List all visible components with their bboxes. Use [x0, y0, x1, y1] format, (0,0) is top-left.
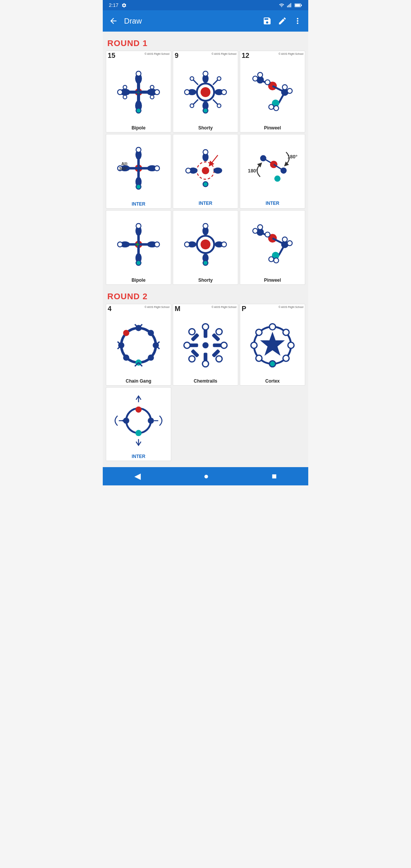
svg-point-26: [203, 71, 208, 76]
svg-point-13: [155, 90, 159, 95]
svg-point-104: [185, 242, 190, 247]
battery-icon: [295, 3, 302, 8]
save-button[interactable]: [260, 13, 275, 29]
svg-rect-65: [137, 159, 140, 178]
signal-icon: [287, 3, 292, 8]
svg-rect-1: [288, 5, 289, 7]
svg-point-75: [213, 168, 222, 174]
svg-point-82: [274, 176, 280, 182]
svg-point-129: [123, 330, 129, 336]
svg-point-76: [203, 182, 208, 187]
svg-point-119: [269, 257, 274, 262]
status-time: 2:17: [109, 2, 127, 8]
svg-point-115: [287, 241, 292, 246]
svg-point-153: [189, 356, 195, 362]
svg-point-89: [155, 242, 159, 247]
round1-grid: 15 © AXIS Flight School: [106, 51, 305, 285]
formation-diagram: [240, 211, 305, 277]
formation-name: Pinweel: [264, 277, 281, 284]
svg-point-91: [136, 223, 141, 228]
formation-diagram: [106, 388, 171, 453]
formation-copyright: © AXIS Flight School: [145, 305, 169, 309]
svg-line-36: [213, 99, 218, 104]
svg-point-162: [256, 355, 262, 361]
svg-point-9: [118, 90, 123, 95]
formation-copyright: © AXIS Flight School: [279, 305, 303, 309]
formation-name: Shorty: [198, 124, 213, 132]
svg-point-49: [287, 88, 292, 93]
svg-point-116: [282, 237, 287, 242]
svg-point-30: [185, 90, 190, 95]
svg-point-157: [269, 324, 276, 330]
svg-rect-2: [289, 4, 290, 7]
formation-diagram: [106, 313, 171, 378]
inter-shorty: INTER: [173, 134, 238, 209]
svg-point-152: [216, 329, 222, 335]
settings-icon: [121, 3, 127, 8]
formation-bipole: 15 © AXIS Flight School: [106, 51, 171, 132]
exit-pinweel: Pinweel: [240, 210, 305, 285]
svg-point-171: [135, 430, 142, 436]
svg-point-19: [136, 108, 141, 113]
page-title: Draw: [124, 17, 260, 26]
svg-point-106: [221, 242, 226, 247]
formation-name: Cortex: [265, 378, 280, 385]
svg-point-63: [136, 184, 141, 189]
back-nav-button[interactable]: ◀: [127, 468, 148, 484]
formation-name: Shorty: [198, 277, 213, 284]
svg-rect-5: [301, 5, 302, 6]
svg-point-148: [202, 361, 209, 367]
svg-line-33: [193, 80, 198, 85]
svg-point-46: [265, 80, 270, 85]
svg-point-100: [203, 223, 208, 228]
svg-text:+: +: [136, 88, 140, 97]
svg-point-72: [203, 150, 208, 155]
svg-point-159: [288, 342, 294, 348]
recent-nav-button[interactable]: ■: [264, 468, 284, 484]
formation-copyright: © AXIS Flight School: [145, 52, 169, 56]
svg-point-70: [202, 167, 209, 174]
formation-chain-gang: 4 © AXIS Flight School: [106, 304, 171, 386]
formation-name: Bipole: [132, 277, 146, 284]
inter-label: INTER: [132, 453, 145, 461]
svg-point-59: [155, 166, 159, 171]
svg-point-74: [186, 168, 191, 173]
formation-number: P: [242, 305, 246, 313]
svg-text:All:: All:: [121, 161, 128, 166]
svg-marker-156: [260, 332, 285, 356]
more-icon: [293, 16, 302, 26]
svg-text:180°: 180°: [248, 168, 258, 174]
svg-point-53: [269, 104, 274, 109]
back-button[interactable]: [106, 13, 121, 29]
formation-diagram: +: [106, 60, 171, 124]
svg-point-39: [190, 104, 194, 108]
round2-label: ROUND 2: [106, 288, 305, 304]
svg-text:+: +: [135, 241, 139, 248]
svg-point-40: [217, 104, 221, 108]
inter-label: INTER: [199, 200, 212, 207]
inter-label: INTER: [266, 200, 279, 207]
edit-button[interactable]: [275, 13, 290, 29]
time-display: 2:17: [109, 2, 118, 8]
svg-point-149: [184, 342, 190, 348]
back-icon: [109, 16, 118, 26]
svg-point-97: [201, 239, 210, 249]
svg-point-38: [217, 77, 221, 81]
formation-name: Chain Gang: [126, 378, 151, 385]
inter-label: INTER: [132, 201, 145, 208]
svg-point-11: [123, 95, 127, 99]
svg-point-50: [282, 85, 287, 90]
formation-diagram: [173, 135, 238, 200]
svg-point-164: [256, 329, 262, 335]
formation-copyright: © AXIS Flight School: [279, 52, 303, 56]
svg-point-109: [258, 225, 263, 230]
svg-point-108: [253, 228, 258, 233]
inter1-svg: All: 360°: [108, 137, 169, 199]
formation-name: Bipole: [132, 124, 146, 132]
bipole-svg: +: [108, 61, 169, 123]
more-button[interactable]: [290, 13, 305, 29]
svg-point-169: [123, 418, 129, 424]
shorty-svg: [175, 61, 236, 123]
home-nav-button[interactable]: ●: [196, 468, 216, 484]
svg-point-163: [251, 342, 257, 348]
